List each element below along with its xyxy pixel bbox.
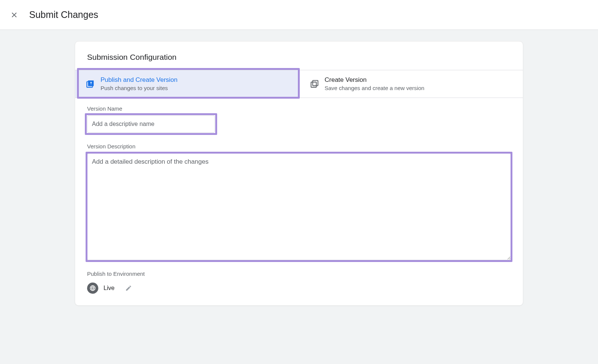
option-row: Publish and Create Version Push changes … (75, 70, 523, 98)
svg-rect-2 (311, 82, 316, 87)
publish-env-label: Publish to Environment (87, 271, 511, 277)
close-icon (10, 11, 18, 19)
environment-name: Live (104, 285, 114, 291)
card-title: Submission Configuration (75, 41, 523, 70)
option-create-version[interactable]: Create Version Save changes and create a… (299, 70, 523, 98)
submission-card: Submission Configuration Publish and Cre… (75, 41, 523, 306)
option-publish-title: Publish and Create Version (101, 76, 178, 84)
pencil-icon (125, 285, 132, 291)
dialog-header: Submit Changes (0, 0, 598, 30)
environment-row: Live (87, 282, 511, 294)
option-publish-and-create[interactable]: Publish and Create Version Push changes … (75, 70, 299, 98)
globe-icon (87, 283, 98, 294)
edit-environment-button[interactable] (123, 282, 135, 294)
close-button[interactable] (5, 6, 23, 24)
dialog-title: Submit Changes (29, 9, 98, 20)
version-name-input[interactable] (87, 115, 215, 133)
version-name-label: Version Name (87, 105, 511, 112)
version-description-input[interactable] (87, 153, 511, 260)
option-create-subtitle: Save changes and create a new version (325, 84, 425, 92)
content-area: Submission Configuration Publish and Cre… (0, 30, 598, 328)
svg-rect-3 (312, 80, 318, 86)
create-version-icon (310, 79, 325, 89)
option-create-title: Create Version (325, 76, 425, 84)
version-description-label: Version Description (87, 143, 511, 149)
option-publish-subtitle: Push changes to your sites (101, 84, 178, 92)
publish-icon (86, 79, 101, 89)
